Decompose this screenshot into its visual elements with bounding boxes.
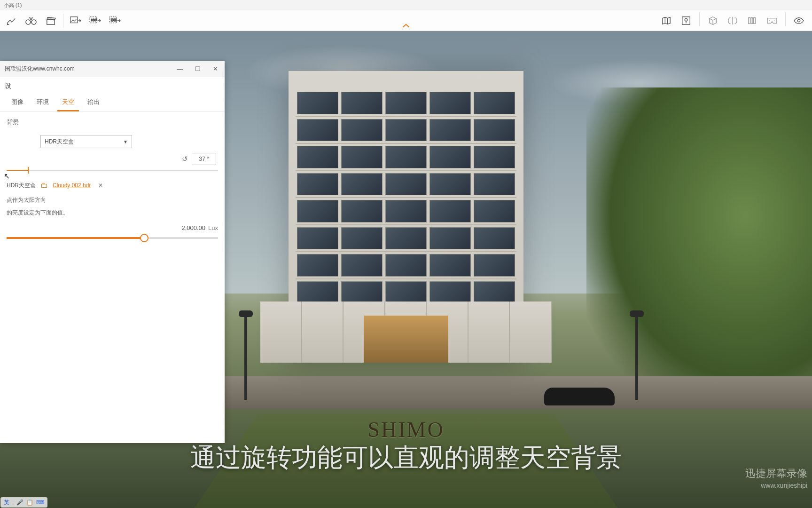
hdr-label: HDR天空盒 xyxy=(7,182,36,190)
hdr-file-link[interactable]: Cloudy 002.hdr xyxy=(53,182,91,189)
svg-rect-8 xyxy=(682,16,690,24)
tool-library-icon[interactable] xyxy=(743,12,762,29)
panel-window-controls: — ☐ ✕ xyxy=(175,64,220,73)
rotation-slider-fill xyxy=(7,170,28,171)
toolbar-expand-arrow-icon[interactable] xyxy=(401,21,411,31)
svg-rect-10 xyxy=(749,17,750,24)
section-background-label: 背景 xyxy=(7,118,218,127)
window-title: 小高 (1) xyxy=(4,2,22,9)
properties-panel: 国联盟汉化www.cnwhc.com — ☐ ✕ 设 图像 环境 天空 输出 背… xyxy=(0,61,225,443)
ime-sep: , xyxy=(12,499,14,506)
toolbar-divider xyxy=(785,12,786,26)
panel-section-title: 设 xyxy=(5,82,11,89)
tool-export-exe-icon[interactable]: EXE xyxy=(106,12,125,29)
panel-minimize-icon[interactable]: — xyxy=(175,64,185,73)
toolbar-divider xyxy=(63,14,63,28)
rotation-row: ↺ 37 ° xyxy=(7,153,218,165)
tab-image[interactable]: 图像 xyxy=(5,94,30,111)
scene-entrance xyxy=(364,316,448,363)
tool-compare-icon[interactable] xyxy=(723,12,742,29)
tool-vr-icon[interactable] xyxy=(763,12,781,29)
tool-paint-icon[interactable] xyxy=(2,12,21,29)
toolbar-group-export: 360° EXE xyxy=(66,12,125,29)
tool-map-icon[interactable] xyxy=(657,12,676,29)
video-subtitle: 通过旋转功能可以直观的调整天空背景 xyxy=(190,441,622,475)
panel-close-icon[interactable]: ✕ xyxy=(211,64,220,73)
cursor-icon: ↖ xyxy=(4,172,10,181)
ime-toolbar[interactable]: 英 , 🎤 📋 ⌨ xyxy=(0,497,47,508)
tool-location-icon[interactable] xyxy=(677,12,695,29)
ime-lang[interactable]: 英 xyxy=(4,499,9,507)
tool-binoculars-icon[interactable] xyxy=(22,12,40,29)
skybox-type-select[interactable]: HDR天空盒 ▼ xyxy=(40,135,132,148)
svg-point-0 xyxy=(26,20,31,24)
rotation-slider-thumb[interactable] xyxy=(28,167,29,174)
ime-mic-icon[interactable]: 🎤 xyxy=(16,499,23,506)
reset-rotation-icon[interactable]: ↺ xyxy=(182,155,188,163)
chevron-down-icon: ▼ xyxy=(123,139,128,144)
scene-tree xyxy=(586,87,812,407)
panel-titlebar[interactable]: 国联盟汉化www.cnwhc.com — ☐ ✕ xyxy=(0,61,225,77)
tool-export-image-icon[interactable] xyxy=(66,12,85,29)
tab-output[interactable]: 输出 xyxy=(81,94,106,111)
help-sun-direction: 点作为太阳方向 xyxy=(7,196,218,204)
panel-header: 设 图像 环境 天空 输出 xyxy=(0,77,225,111)
brightness-slider-thumb[interactable] xyxy=(140,234,148,242)
watermark-brand: 迅捷屏幕录像 xyxy=(745,467,807,481)
svg-text:EXE: EXE xyxy=(111,18,117,21)
folder-icon[interactable]: 🗀 xyxy=(40,181,48,190)
rotation-slider[interactable]: ↖ xyxy=(7,170,218,171)
brightness-slider-fill xyxy=(7,237,144,239)
panel-tabs: 图像 环境 天空 输出 xyxy=(5,94,220,111)
scene-building xyxy=(289,71,523,363)
svg-rect-3 xyxy=(70,16,78,23)
toolbar-group-left xyxy=(2,12,60,29)
toolbar-divider xyxy=(699,12,700,26)
tool-export-360-icon[interactable]: 360° xyxy=(86,12,105,29)
tab-environment[interactable]: 环境 xyxy=(30,94,55,111)
lux-value: 2,000.00 xyxy=(181,224,205,231)
scene-lamp xyxy=(244,315,247,400)
scene-car xyxy=(544,388,615,405)
tool-clapper-icon[interactable] xyxy=(41,12,60,29)
panel-maximize-icon[interactable]: ☐ xyxy=(193,64,203,73)
tab-sky[interactable]: 天空 xyxy=(55,94,81,111)
svg-point-1 xyxy=(31,20,36,24)
scene-building-floors xyxy=(296,90,516,306)
help-brightness: 的亮度设定为下面的值。 xyxy=(7,209,218,217)
svg-point-13 xyxy=(797,19,800,22)
ime-keyboard-icon[interactable]: ⌨ xyxy=(36,499,44,506)
watermark: 迅捷屏幕录像 www.xunjieshipi xyxy=(745,467,807,489)
svg-rect-11 xyxy=(751,17,753,24)
brightness-slider[interactable] xyxy=(7,237,218,239)
svg-point-9 xyxy=(685,18,687,21)
scene-building-base xyxy=(260,302,552,363)
watermark-url: www.xunjieshipi xyxy=(745,482,807,489)
svg-rect-12 xyxy=(754,17,756,24)
panel-body: 背景 HDR天空盒 ▼ ↺ 37 ° ↖ HDR天空盒 🗀 Cloudy 002… xyxy=(0,111,225,251)
clear-file-icon[interactable]: ✕ xyxy=(98,182,103,189)
window-title-bar: 小高 (1) xyxy=(0,0,812,10)
tool-cube-icon[interactable] xyxy=(703,12,722,29)
tool-preview-icon[interactable] xyxy=(789,12,808,29)
ime-clipboard-icon[interactable]: 📋 xyxy=(26,499,33,506)
rotation-input[interactable]: 37 ° xyxy=(192,153,216,165)
scene-lamp xyxy=(635,315,638,400)
toolbar-group-right xyxy=(657,12,808,29)
lux-value-row: 2,000.00 Lux xyxy=(7,224,218,231)
main-toolbar: 360° EXE xyxy=(0,10,812,31)
hdr-file-row: HDR天空盒 🗀 Cloudy 002.hdr ✕ xyxy=(7,181,218,190)
lux-unit: Lux xyxy=(208,224,218,231)
scene-logo: SHIMO xyxy=(367,417,444,442)
panel-title: 国联盟汉化www.cnwhc.com xyxy=(5,65,75,73)
skybox-select-value: HDR天空盒 xyxy=(45,138,74,146)
svg-text:360°: 360° xyxy=(91,18,98,21)
